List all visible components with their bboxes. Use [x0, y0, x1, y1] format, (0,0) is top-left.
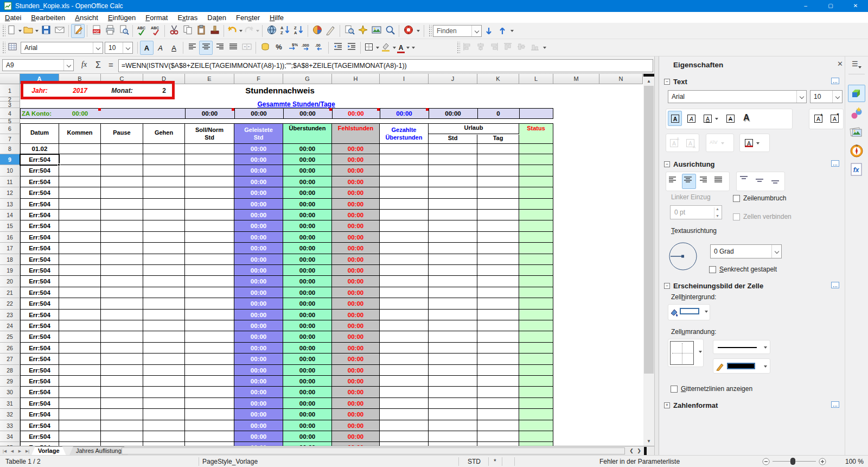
sidebar-bold-button[interactable]: A [668, 111, 682, 126]
cell-I32[interactable] [380, 409, 429, 420]
cell-G14[interactable]: 00:00 [283, 210, 332, 220]
cell-A31[interactable]: Err:504 [21, 398, 59, 409]
cell-L18[interactable] [519, 254, 553, 265]
cell-G33[interactable]: 00:00 [283, 420, 332, 431]
cell-H29[interactable]: 00:00 [332, 376, 380, 387]
sum-icon[interactable]: Σ [95, 60, 101, 70]
row-header-12[interactable]: 12 [0, 187, 20, 198]
font-color-button[interactable]: A [397, 41, 410, 55]
sidebar-splitter[interactable] [654, 56, 659, 455]
row-header-2[interactable]: 2 [0, 97, 20, 102]
cell-H11[interactable]: 00:00 [332, 176, 380, 187]
vertical-scrollbar[interactable]: ▲ ▼ [643, 74, 654, 446]
header-gehen[interactable]: Gehen [143, 124, 185, 144]
cell-F4[interactable]: 00:00 [234, 109, 283, 118]
cell-A11[interactable]: Err:504 [21, 176, 59, 187]
cell-I29[interactable] [380, 376, 429, 387]
cell-K13[interactable] [477, 199, 519, 210]
cell-I28[interactable] [380, 365, 429, 376]
cell-F21[interactable]: 00:00 [234, 287, 283, 298]
cell-F9[interactable]: 00:00 [234, 154, 283, 165]
cell-H23[interactable]: 00:00 [332, 310, 380, 320]
zellen-verbinden-checkbox[interactable] [733, 213, 740, 220]
cell-F25[interactable]: 00:00 [234, 331, 283, 342]
standard-format-button[interactable]: $% [285, 41, 299, 55]
cell-K33[interactable] [477, 420, 519, 431]
cell-K34[interactable] [477, 431, 519, 442]
cell-D13[interactable] [143, 199, 185, 210]
cell-C29[interactable] [101, 376, 143, 387]
cell-background-color-button[interactable] [670, 306, 708, 318]
auto-spellcheck-button[interactable]: ABC [149, 24, 162, 38]
cell-A15[interactable]: Err:504 [21, 220, 59, 231]
header-urlaub[interactable]: Urlaub [429, 124, 519, 134]
cell-F19[interactable]: 00:00 [234, 265, 283, 276]
sidebar-character-spacing-button[interactable]: A\V [707, 135, 722, 150]
cell-E35[interactable] [185, 442, 234, 446]
row-header-21[interactable]: 21 [0, 287, 20, 298]
cell-H4[interactable]: 00:00 [332, 109, 380, 118]
cell-A10[interactable]: Err:504 [21, 165, 59, 176]
cell-K19[interactable] [477, 265, 519, 276]
sheet-tab-vorlage[interactable]: Vorlage [31, 446, 66, 455]
row-header-35[interactable]: 35 [0, 442, 20, 446]
cell-J29[interactable] [429, 376, 477, 387]
cell-G25[interactable]: 00:00 [283, 331, 332, 342]
cell-D34[interactable] [143, 431, 185, 442]
cut-button[interactable] [167, 24, 181, 38]
cell-J23[interactable] [429, 310, 477, 320]
cell-K28[interactable] [477, 365, 519, 376]
row-header-28[interactable]: 28 [0, 365, 20, 376]
cell-H30[interactable]: 00:00 [332, 387, 380, 397]
cell-K9[interactable] [477, 154, 519, 165]
cell-I23[interactable] [380, 310, 429, 320]
row-header-20[interactable]: 20 [0, 276, 20, 287]
cell-K21[interactable] [477, 287, 519, 298]
cell-K18[interactable] [477, 254, 519, 265]
scroll-left-icon[interactable]: ❮ [628, 447, 635, 455]
cell-B13[interactable] [59, 199, 101, 210]
row-header-18[interactable]: 18 [0, 254, 20, 265]
cell-A4[interactable]: ZA Konto: [22, 109, 60, 118]
align-right-button[interactable] [213, 41, 226, 55]
cell-A33[interactable]: Err:504 [21, 420, 59, 431]
maximize-button[interactable]: ▢ [818, 0, 843, 12]
cell-B35[interactable] [59, 442, 101, 446]
cell-D30[interactable] [143, 387, 185, 397]
cell-I9[interactable] [380, 154, 429, 165]
row-header-16[interactable]: 16 [0, 232, 20, 243]
collapse-icon[interactable]: − [664, 79, 670, 85]
cell-G12[interactable]: 00:00 [283, 187, 332, 198]
row-header-31[interactable]: 31 [0, 398, 20, 409]
cell-D9[interactable] [143, 154, 185, 165]
cell-A34[interactable]: Err:504 [21, 431, 59, 442]
function-wizard-icon[interactable]: fx [81, 60, 87, 69]
cell-I30[interactable] [380, 387, 429, 397]
cell-H35[interactable]: 00:00 [332, 442, 380, 446]
cell-D15[interactable] [143, 220, 185, 231]
cell-H15[interactable]: 00:00 [332, 220, 380, 231]
cell-G4[interactable]: 00:00 [283, 109, 332, 118]
cell-G29[interactable]: 00:00 [283, 376, 332, 387]
collapse-icon[interactable]: + [664, 402, 670, 408]
cell-K16[interactable] [477, 232, 519, 243]
row-header-30[interactable]: 30 [0, 387, 20, 397]
edit-file-button[interactable] [71, 24, 85, 38]
cell-I22[interactable] [380, 298, 429, 309]
cell-K30[interactable] [477, 387, 519, 397]
cell-J21[interactable] [429, 287, 477, 298]
cell-H21[interactable]: 00:00 [332, 287, 380, 298]
cell-F8[interactable]: 00:00 [234, 144, 283, 154]
sidebar-underline-button[interactable]: A [700, 111, 714, 126]
cell-E16[interactable] [185, 232, 234, 243]
row-header-15[interactable]: 15 [0, 220, 20, 231]
cell-B29[interactable] [59, 376, 101, 387]
cell-G31[interactable]: 00:00 [283, 398, 332, 409]
merge-cells-button[interactable] [240, 41, 253, 55]
close-button[interactable]: ✕ [843, 0, 868, 12]
toolbar-grip[interactable] [428, 25, 432, 37]
cell-B33[interactable] [59, 420, 101, 431]
cell-F26[interactable]: 00:00 [234, 343, 283, 354]
horizontal-scroll-thumb[interactable] [122, 447, 625, 455]
header-urlaub-tag[interactable]: Tag [477, 135, 519, 144]
